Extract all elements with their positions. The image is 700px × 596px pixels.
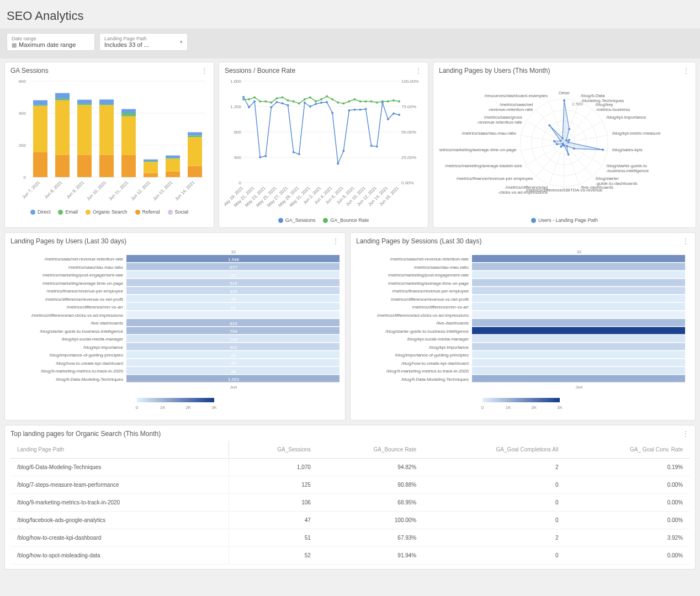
table-row[interactable]: /blog/how-to-create-kpi-dashboard5167.93… — [10, 529, 690, 547]
svg-point-120 — [353, 109, 356, 111]
svg-rect-46 — [166, 158, 180, 158]
table-header[interactable]: Landing Page Path — [10, 441, 229, 459]
kebab-icon[interactable]: ⋮ — [415, 67, 422, 74]
svg-point-183 — [565, 139, 568, 141]
svg-text:0: 0 — [24, 175, 26, 180]
svg-point-116 — [331, 112, 333, 114]
radar-chart: Other/blog/6-Data-Modeling-Techniques/bl… — [439, 78, 690, 213]
table-row[interactable]: /blog/facebook-ads-google-analytics47100… — [10, 512, 690, 529]
heatmap-users-chart: 32/metrics/saas/net-revenue-retention-ra… — [10, 248, 341, 395]
svg-rect-50 — [188, 166, 202, 177]
panel-title: GA Sessions — [10, 67, 49, 74]
kebab-icon[interactable]: ⋮ — [682, 67, 690, 74]
svg-text:21: 21 — [231, 273, 236, 278]
panel-title: Landing Pages by Users (This Month) — [439, 67, 550, 74]
svg-text:/metrics/finance/revenue-per-e: /metrics/finance/revenue-per-employee — [46, 289, 123, 294]
svg-rect-40 — [144, 161, 158, 162]
svg-rect-41 — [144, 159, 158, 161]
kebab-icon[interactable]: ⋮ — [682, 430, 690, 438]
svg-text:100.00%: 100.00% — [401, 79, 419, 84]
svg-text:516: 516 — [230, 281, 237, 286]
svg-text:1,600: 1,600 — [230, 79, 242, 84]
svg-text:/metrics/marketing/average-tim: /metrics/marketing/average-time-on-page — [388, 281, 469, 286]
svg-text:Jun 10, 2021: Jun 10, 2021 — [86, 180, 107, 201]
svg-point-187 — [573, 147, 575, 150]
svg-point-80 — [293, 100, 295, 103]
table-scroll[interactable]: Landing Page PathGA_SessionsGA_Bounce Ra… — [10, 441, 690, 565]
svg-text:/metrics/difference/ad-clicks-: /metrics/difference/ad-clicks-vs-ad-impr… — [377, 313, 469, 318]
svg-point-113 — [315, 103, 317, 105]
table-header[interactable]: GA_Goal Completions All — [423, 441, 565, 459]
table-row[interactable]: /blog/how-to-spot-misleading-data5291.94… — [10, 547, 690, 565]
svg-point-97 — [387, 100, 389, 103]
svg-point-92 — [359, 100, 362, 103]
svg-rect-24 — [77, 99, 92, 100]
svg-point-79 — [287, 99, 289, 102]
svg-rect-26 — [99, 155, 114, 177]
svg-point-117 — [337, 163, 339, 165]
svg-text:794: 794 — [230, 329, 237, 334]
svg-text:/blog/kpi-social-media-manager: /blog/kpi-social-media-manager — [407, 337, 469, 342]
svg-point-112 — [309, 105, 311, 108]
date-range-filter[interactable]: Date range ▦ Maximum date range — [7, 33, 95, 51]
svg-text:/blog/6-Data-Modeling-Techniqu: /blog/6-Data-Modeling-Techniques — [401, 377, 469, 382]
svg-text:200: 200 — [19, 143, 26, 148]
svg-point-127 — [393, 113, 395, 115]
svg-text:Other: Other — [559, 91, 570, 95]
svg-text:/live-dashboards: /live-dashboards — [91, 321, 123, 326]
svg-point-192 — [560, 146, 562, 148]
svg-line-166 — [536, 143, 564, 177]
kebab-icon[interactable]: ⋮ — [200, 67, 208, 74]
table-header[interactable]: GA_Sessions — [229, 441, 317, 459]
svg-rect-44 — [166, 172, 180, 177]
kebab-icon[interactable]: ⋮ — [332, 237, 340, 245]
svg-text:600: 600 — [19, 79, 26, 84]
svg-rect-248 — [137, 398, 214, 402]
panel-sessions-bounce: Sessions / Bounce Rate ⋮ 04008001,2001,6… — [219, 62, 428, 228]
landing-page-filter[interactable]: Landing Page Path Includes 33 of ... ▾ — [99, 33, 188, 51]
svg-rect-29 — [99, 99, 114, 104]
svg-text:25: 25 — [231, 353, 236, 358]
svg-text:1K: 1K — [506, 405, 511, 410]
svg-rect-9 — [33, 106, 47, 152]
svg-point-114 — [320, 102, 322, 104]
svg-text:/metrics/marketing/average-tim: /metrics/marketing/average-time-on-page — [43, 281, 124, 286]
svg-text:/metrics/saas/gross-revenue-re: /metrics/saas/gross-revenue-retention-ra… — [477, 115, 522, 125]
panel-heatmap-users: Landing Pages by Users (Last 30 days) ⋮ … — [4, 232, 346, 421]
svg-text:/metrics/marketing/post-engage: /metrics/marketing/post-engagement-rate — [43, 273, 124, 278]
svg-rect-53 — [188, 132, 202, 136]
svg-point-84 — [315, 100, 317, 103]
svg-point-128 — [398, 114, 400, 116]
table-header[interactable]: GA_ Goal Conv. Rate — [565, 441, 690, 459]
svg-text:800: 800 — [234, 130, 242, 135]
svg-point-115 — [326, 101, 328, 103]
svg-text:1K: 1K — [160, 405, 166, 410]
table-header[interactable]: GA_Bounce Rate — [317, 441, 423, 459]
svg-point-197 — [548, 124, 550, 126]
svg-text:/metrics/difference/revenue-vs: /metrics/difference/revenue-vs-net-profi… — [391, 297, 469, 302]
svg-text:0.00%: 0.00% — [401, 180, 414, 185]
svg-point-94 — [370, 100, 373, 103]
table-row[interactable]: /blog/9-marketing-metrics-to-track-in-20… — [10, 494, 690, 512]
svg-rect-38 — [144, 173, 158, 177]
table-row[interactable]: /blog/6-Data-Modeling-Techniques1,07094.… — [10, 459, 690, 476]
svg-point-121 — [359, 109, 362, 111]
svg-text:/metrics/difference/revenue-vs: /metrics/difference/revenue-vs-net-profi… — [45, 297, 124, 302]
svg-rect-277 — [472, 343, 685, 350]
svg-point-76 — [270, 102, 272, 104]
svg-text:/metrics/saas/net-revenue-rete: /metrics/saas/net-revenue-retention-rate — [488, 102, 534, 112]
svg-rect-28 — [99, 104, 114, 105]
svg-text:/blog/kpi-importance: /blog/kpi-importance — [606, 115, 646, 120]
panel-radar: Landing Pages by Users (This Month) ⋮ Ot… — [433, 62, 696, 228]
svg-text:335: 335 — [230, 289, 237, 294]
svg-rect-18 — [55, 93, 70, 93]
svg-point-85 — [320, 98, 322, 100]
svg-text:46: 46 — [231, 361, 236, 366]
svg-text:32: 32 — [577, 249, 582, 254]
panel-ga-sessions: GA Sessions ⋮ 0200400600Jun 7, 2021Jun 8… — [4, 62, 214, 228]
kebab-icon[interactable]: ⋮ — [682, 237, 690, 245]
ga-sessions-legend: DirectEmailOrganic SearchReferralSocial — [10, 206, 208, 215]
table-row[interactable]: /blog/7-steps-measure-team-performance12… — [10, 476, 690, 494]
panel-table: Top landing pages for Organic Search (Th… — [4, 425, 696, 570]
svg-text:400: 400 — [19, 111, 26, 116]
